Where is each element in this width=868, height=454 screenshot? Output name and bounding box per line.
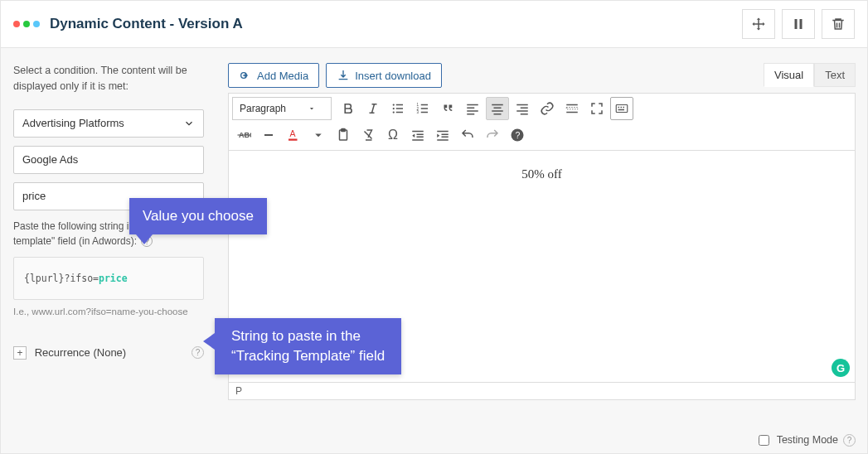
svg-rect-42 [417,134,424,136]
recurrence-toggle[interactable]: + [13,346,27,360]
value-text: price [22,190,46,202]
paste-text-button[interactable] [332,123,355,147]
svg-rect-23 [516,104,528,106]
bullet-list-button[interactable] [386,97,410,120]
italic-button[interactable] [361,97,385,120]
delete-button[interactable] [822,9,855,39]
align-center-icon [490,101,505,116]
svg-rect-29 [566,112,578,114]
link-button[interactable] [536,97,559,120]
traffic-dots [13,21,40,27]
header-left: Dynamic Content - Version A [13,16,243,32]
example-text: I.e., www.url.com?ifso=name-you-choose [13,307,204,316]
indent-button[interactable] [431,123,454,147]
tab-visual[interactable]: Visual [764,63,814,87]
clear-formatting-button[interactable] [356,123,380,147]
format-value: Paragraph [240,103,286,114]
editor-content[interactable]: 50% off [245,167,838,181]
fullscreen-button[interactable] [585,97,609,120]
svg-text:A: A [290,128,296,138]
bold-button[interactable] [337,97,360,120]
svg-text:3: 3 [417,110,419,114]
dynamic-content-block: Dynamic Content - Version A Select a con… [0,0,868,454]
grammarly-icon[interactable]: G [832,359,850,377]
hr-button[interactable] [257,123,280,147]
strike-icon: ABC [236,128,251,142]
condition-sidebar: Select a condition. The content will be … [1,48,216,422]
editor-toolbar: Paragraph 123 ABC A [228,93,856,151]
svg-rect-19 [492,104,503,106]
help-button[interactable]: ? [506,123,529,147]
strikethrough-button[interactable]: ABC [232,123,255,147]
trash-icon [831,17,846,31]
format-select[interactable]: Paragraph [232,97,332,120]
svg-rect-45 [437,131,449,133]
svg-rect-28 [566,108,578,109]
insert-more-button[interactable] [560,97,584,120]
svg-rect-0 [795,19,798,29]
svg-rect-47 [442,137,449,138]
redo-button[interactable] [481,123,504,147]
svg-point-3 [393,104,395,105]
svg-rect-26 [521,114,528,115]
svg-rect-24 [521,108,528,109]
svg-rect-38 [289,139,298,141]
editor-path: P [228,383,856,400]
move-button[interactable] [742,9,775,39]
media-buttons: Add Media Insert download [228,63,856,88]
svg-rect-6 [396,104,403,106]
svg-point-5 [393,111,395,113]
blockquote-button[interactable] [436,97,459,120]
header-actions [742,9,855,39]
add-media-button[interactable]: Add Media [228,63,319,88]
footer: Testing Mode ? [759,427,856,453]
svg-rect-21 [492,110,503,112]
toolbar-toggle-button[interactable] [610,97,633,120]
text-color-picker[interactable] [307,123,330,147]
numbered-list-button[interactable]: 123 [411,97,434,120]
indent-icon [435,128,450,142]
bullet-list-icon [390,101,405,116]
testing-mode-checkbox[interactable] [759,435,769,446]
svg-rect-46 [442,134,449,136]
svg-rect-20 [494,108,502,109]
tracking-template-box[interactable]: {lpurl}?ifso=price [13,257,204,300]
special-char-button[interactable]: Ω [381,123,405,147]
svg-rect-17 [467,110,478,112]
outdent-button[interactable] [406,123,429,147]
insert-download-button[interactable]: Insert download [326,63,442,88]
recurrence-help-icon[interactable]: ? [192,346,204,359]
platform-value: Google Ads [22,153,78,166]
callout-value-text: Value you choose [143,208,254,224]
svg-rect-8 [396,112,403,114]
svg-rect-32 [621,107,623,109]
svg-rect-34 [618,109,625,111]
pause-button[interactable] [782,9,815,39]
pause-icon [791,17,806,31]
more-icon [565,101,579,116]
svg-rect-30 [616,105,628,113]
svg-rect-44 [412,139,424,141]
callout-value: Value you choose [129,198,267,234]
align-right-button[interactable] [511,97,534,120]
callout-string-line2: “Tracking Template” field [231,348,385,364]
quote-icon [440,101,455,116]
svg-point-4 [393,108,395,109]
align-right-icon [515,101,530,116]
platform-input[interactable]: Google Ads [13,146,204,174]
testing-mode-label: Testing Mode [777,434,838,446]
undo-button[interactable] [456,123,479,147]
text-color-button[interactable]: A [282,123,305,147]
condition-type-select[interactable]: Advertising Platforms [13,109,204,138]
align-center-button[interactable] [486,97,509,120]
download-icon [337,69,350,82]
svg-rect-13 [421,108,428,109]
testing-mode-help-icon[interactable]: ? [843,434,856,447]
media-icon [239,69,252,82]
add-media-label: Add Media [257,70,308,82]
align-left-button[interactable] [461,97,484,120]
block-body: Select a condition. The content will be … [1,48,867,422]
tab-text[interactable]: Text [814,63,856,87]
svg-rect-27 [566,104,578,106]
editor-tabs: Visual Text [764,63,856,87]
